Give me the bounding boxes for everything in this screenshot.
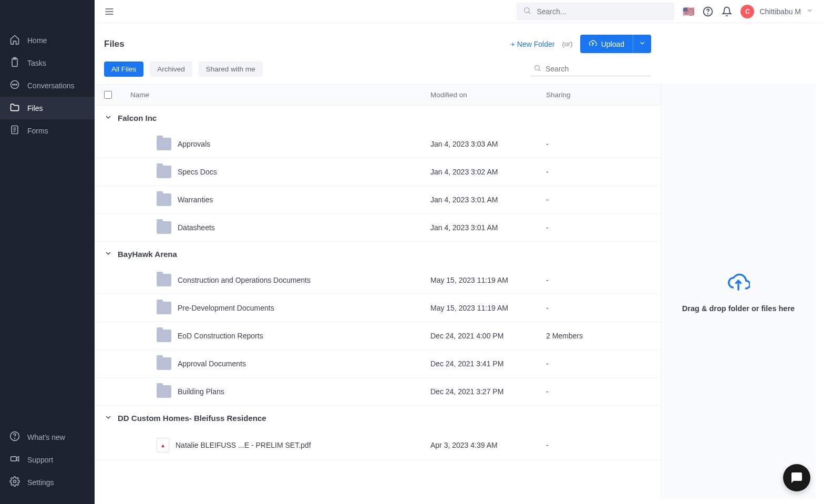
tab-shared-with-me[interactable]: Shared with me <box>199 61 263 77</box>
sidebar-item-label: Home <box>27 36 47 45</box>
content: Files + New Folder (or) Upload <box>95 23 823 504</box>
upload-dropdown-button[interactable] <box>633 35 651 53</box>
video-icon <box>9 454 20 466</box>
file-sharing: - <box>546 223 651 232</box>
file-sharing: - <box>546 276 651 284</box>
file-name: Building Plans <box>178 387 224 396</box>
file-name: Approvals <box>178 140 210 148</box>
table-row[interactable]: ApprovalsJan 4, 2023 3:03 AM- <box>95 130 661 158</box>
table-row[interactable]: Specs DocsJan 4, 2023 3:02 AM- <box>95 158 661 186</box>
file-sharing: - <box>546 387 651 396</box>
user-menu[interactable]: C Chittibabu M <box>740 5 814 18</box>
sidebar-item-forms[interactable]: Forms <box>0 119 95 142</box>
svg-point-23 <box>535 66 540 70</box>
file-modified: Dec 24, 2021 3:41 PM <box>430 359 546 368</box>
chevron-down-icon <box>639 39 646 48</box>
help-icon <box>9 431 20 443</box>
column-modified[interactable]: Modified on <box>430 91 546 99</box>
file-sharing: 2 Members <box>546 332 651 340</box>
files-table[interactable]: Name Modified on Sharing Falcon IncAppro… <box>95 84 661 504</box>
file-modified: Jan 4, 2023 3:01 AM <box>430 196 546 204</box>
gear-icon <box>9 476 20 488</box>
sidebar-item-tasks[interactable]: Tasks <box>0 52 95 74</box>
table-row[interactable]: Approval DocumentsDec 24, 2021 3:41 PM- <box>95 350 661 378</box>
search-icon <box>523 6 531 16</box>
chevron-down-icon <box>104 249 112 259</box>
svg-point-11 <box>15 438 15 439</box>
file-modified: Dec 24, 2021 4:00 PM <box>430 332 546 340</box>
folder-icon <box>157 357 171 370</box>
form-icon <box>9 125 20 137</box>
svg-point-21 <box>708 13 708 14</box>
global-search[interactable] <box>517 3 674 20</box>
file-sharing: - <box>546 140 651 148</box>
table-row[interactable]: DatasheetsJan 4, 2023 3:01 AM- <box>95 214 661 242</box>
drop-zone[interactable]: Drag & drop folder or files here <box>661 84 816 499</box>
table-row[interactable]: WarrantiesJan 4, 2023 3:01 AM- <box>95 186 661 214</box>
file-sharing: - <box>546 359 651 368</box>
file-modified: Jan 4, 2023 3:01 AM <box>430 223 546 232</box>
svg-point-14 <box>14 480 16 483</box>
hamburger-menu-button[interactable] <box>104 6 115 17</box>
search-icon <box>533 64 541 74</box>
tab-all-files[interactable]: All Files <box>104 61 143 77</box>
file-name: EoD Construction Reports <box>178 332 263 340</box>
svg-point-3 <box>13 84 14 85</box>
column-name[interactable]: Name <box>130 91 430 99</box>
page-header: Files + New Folder (or) Upload <box>95 23 661 61</box>
avatar: C <box>740 5 754 18</box>
table-row[interactable]: Construction and Operations DocumentsMay… <box>95 266 661 294</box>
svg-point-4 <box>14 84 15 85</box>
group-header[interactable]: BayHawk Arena <box>95 242 661 266</box>
chevron-down-icon <box>104 413 112 423</box>
file-modified: Dec 24, 2021 3:27 PM <box>430 387 546 396</box>
sidebar-item-what-s-new[interactable]: What's new <box>0 426 95 448</box>
user-name: Chittibabu M <box>759 7 801 16</box>
folder-icon <box>157 138 171 150</box>
sidebar-item-conversations[interactable]: Conversations <box>0 74 95 97</box>
tabs-row: All FilesArchivedShared with me <box>95 61 661 84</box>
folder-icon <box>157 221 171 234</box>
folder-icon <box>157 193 171 206</box>
table-row[interactable]: Pre-Development DocumentsMay 15, 2023 11… <box>95 294 661 322</box>
file-name: Warranties <box>178 196 213 204</box>
files-search[interactable] <box>530 62 651 76</box>
file-name: Approval Documents <box>178 359 246 368</box>
sidebar-item-support[interactable]: Support <box>0 448 95 471</box>
group-name: BayHawk Arena <box>118 250 177 259</box>
select-all-checkbox[interactable] <box>104 91 130 99</box>
upload-button[interactable]: Upload <box>580 35 633 53</box>
group-header[interactable]: Falcon Inc <box>95 106 661 130</box>
tab-archived[interactable]: Archived <box>150 61 192 77</box>
table-row[interactable]: EoD Construction ReportsDec 24, 2021 4:0… <box>95 322 661 350</box>
home-icon <box>9 34 20 46</box>
group-header[interactable]: DD Custom Homes- Bleifuss Residence <box>95 406 661 430</box>
chevron-down-icon <box>104 113 112 123</box>
language-flag[interactable]: 🇺🇸 <box>683 6 694 17</box>
global-search-input[interactable] <box>537 7 668 16</box>
notification-bell-icon[interactable] <box>722 6 732 17</box>
sidebar-item-label: Forms <box>27 127 48 135</box>
sidebar-item-label: Files <box>27 104 43 112</box>
chat-icon <box>9 79 20 91</box>
sidebar: HomeTasksConversationsFilesForms What's … <box>0 0 95 504</box>
file-modified: May 15, 2023 11:19 AM <box>430 304 546 312</box>
help-icon[interactable] <box>703 6 713 17</box>
svg-point-5 <box>16 84 17 85</box>
files-search-input[interactable] <box>546 65 648 73</box>
sidebar-item-settings[interactable]: Settings <box>0 471 95 493</box>
sidebar-item-home[interactable]: Home <box>0 29 95 52</box>
header-actions: + New Folder (or) Upload <box>511 35 651 53</box>
sidebar-item-files[interactable]: Files <box>0 97 95 119</box>
cloud-upload-icon <box>589 39 597 49</box>
new-folder-link[interactable]: + New Folder <box>511 40 555 48</box>
upload-label: Upload <box>601 40 624 48</box>
column-sharing[interactable]: Sharing <box>546 91 651 99</box>
svg-line-24 <box>539 69 540 71</box>
chevron-down-icon <box>806 7 814 16</box>
file-sharing: - <box>546 441 651 449</box>
folder-icon <box>157 166 171 178</box>
table-row[interactable]: Natalie BLEIFUSS ...E - PRELIM SET.pdfAp… <box>95 430 661 460</box>
chat-fab-button[interactable] <box>783 464 810 491</box>
table-row[interactable]: Building PlansDec 24, 2021 3:27 PM- <box>95 378 661 406</box>
